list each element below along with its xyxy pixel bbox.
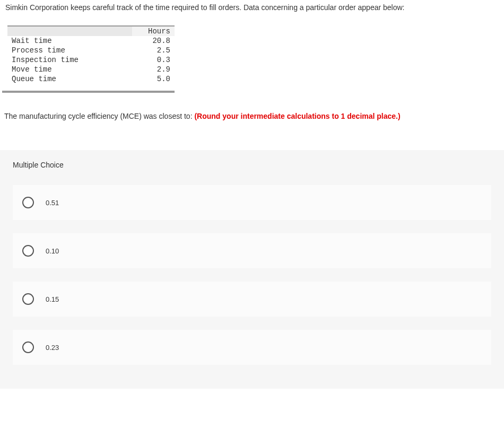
radio-icon	[22, 341, 34, 353]
table-row-value: 2.9	[132, 65, 175, 74]
radio-icon	[22, 293, 34, 305]
question-emphasis: (Round your intermediate calculations to…	[194, 112, 400, 120]
table-row-value: 5.0	[132, 74, 175, 85]
question-intro: Simkin Corporation keeps careful track o…	[0, 0, 504, 15]
mc-option-1[interactable]: 0.10	[13, 233, 491, 268]
data-table: Hours Wait time 20.8 Process time 2.5 In…	[7, 25, 175, 85]
table-row-label: Wait time	[7, 36, 132, 46]
multiple-choice-title: Multiple Choice	[13, 161, 491, 169]
mc-option-3[interactable]: 0.23	[13, 330, 491, 365]
table-row-label: Process time	[7, 46, 132, 55]
table-row-value: 20.8	[132, 36, 175, 46]
radio-icon	[22, 245, 34, 257]
question-line: The manufacturing cycle efficiency (MCE)…	[0, 109, 504, 124]
table-row-value: 0.3	[132, 55, 175, 65]
data-table-wrapper: Hours Wait time 20.8 Process time 2.5 In…	[2, 25, 175, 93]
table-header-hours: Hours	[132, 26, 175, 36]
table-row-value: 2.5	[132, 46, 175, 55]
table-row-label: Queue time	[7, 74, 132, 85]
mc-option-0[interactable]: 0.51	[13, 185, 491, 220]
multiple-choice-container: Multiple Choice 0.51 0.10 0.15 0.23	[0, 150, 504, 389]
radio-icon	[22, 197, 34, 208]
question-prefix: The manufacturing cycle efficiency (MCE)…	[4, 112, 194, 120]
mc-option-2[interactable]: 0.15	[13, 282, 491, 317]
mc-option-label: 0.15	[46, 295, 59, 303]
mc-option-label: 0.10	[46, 247, 59, 255]
table-row-label: Move time	[7, 65, 132, 74]
mc-option-label: 0.51	[46, 199, 59, 207]
table-row-label: Inspection time	[7, 55, 132, 65]
mc-option-label: 0.23	[46, 344, 59, 352]
table-header-blank	[7, 26, 132, 36]
